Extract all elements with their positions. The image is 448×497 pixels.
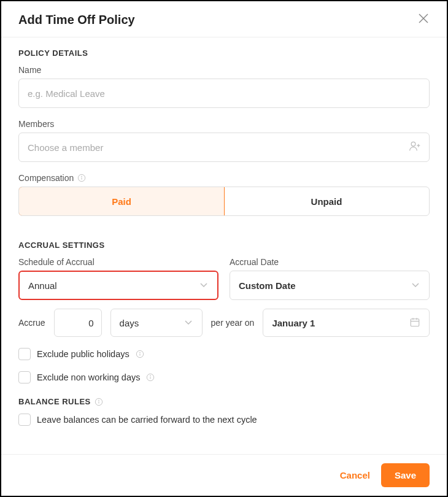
policy-details-heading: POLICY DETAILS — [18, 48, 430, 58]
carry-forward-checkbox[interactable] — [18, 414, 31, 426]
save-button[interactable]: Save — [381, 463, 430, 487]
per-year-date-picker[interactable]: January 1 — [263, 309, 430, 337]
svg-rect-8 — [411, 318, 419, 326]
svg-point-14 — [139, 352, 140, 353]
accrue-unit-select[interactable]: days — [110, 309, 203, 337]
accrual-date-value: Custom Date — [239, 280, 296, 291]
compensation-toggle: Paid Unpaid — [18, 187, 430, 216]
members-field-group: Members — [18, 119, 430, 162]
svg-point-17 — [150, 376, 151, 376]
members-label: Members — [18, 119, 430, 129]
add-member-icon[interactable] — [409, 140, 421, 155]
info-icon[interactable] — [95, 398, 103, 406]
schedule-select[interactable]: Annual — [18, 271, 218, 300]
carry-forward-label: Leave balances can be carried forward to… — [37, 415, 257, 425]
per-year-date-value: January 1 — [272, 318, 315, 328]
accrue-unit-value: days — [120, 318, 139, 328]
name-input[interactable] — [18, 79, 430, 108]
svg-point-20 — [98, 399, 99, 400]
name-field-group: Name — [18, 65, 430, 108]
accrue-row: Accrue days per year on January 1 — [18, 309, 430, 337]
close-button[interactable] — [417, 12, 430, 27]
accrue-label: Accrue — [18, 318, 45, 328]
info-icon[interactable] — [146, 373, 155, 382]
chevron-down-icon — [411, 280, 420, 291]
balance-rules-heading: BALANCE RULES — [18, 397, 430, 406]
exclude-holidays-row: Exclude public holidays — [18, 348, 430, 360]
compensation-field-group: Compensation Paid Unpaid — [18, 173, 430, 216]
cancel-button[interactable]: Cancel — [340, 470, 370, 480]
exclude-nonworking-row: Exclude non working days — [18, 371, 430, 383]
chevron-down-icon — [183, 317, 193, 329]
accrual-settings-heading: ACCRUAL SETTINGS — [18, 241, 430, 250]
carry-forward-row: Leave balances can be carried forward to… — [18, 414, 430, 426]
chevron-down-icon — [199, 280, 209, 291]
name-label: Name — [18, 65, 430, 75]
accrue-amount-input[interactable] — [54, 309, 102, 337]
compensation-unpaid[interactable]: Unpaid — [224, 187, 429, 215]
exclude-nonworking-checkbox[interactable] — [18, 371, 31, 383]
modal-footer: Cancel Save — [1, 454, 447, 496]
exclude-holidays-label: Exclude public holidays — [37, 349, 129, 359]
compensation-label: Compensation — [18, 173, 430, 183]
compensation-paid[interactable]: Paid — [18, 187, 225, 216]
per-year-label: per year on — [211, 318, 255, 328]
schedule-value: Annual — [28, 280, 57, 291]
calendar-icon — [409, 317, 420, 329]
info-icon[interactable] — [136, 350, 144, 358]
svg-point-2 — [411, 142, 415, 146]
exclude-holidays-checkbox[interactable] — [18, 348, 31, 360]
modal-content: POLICY DETAILS Name Members Compensation… — [1, 37, 447, 426]
schedule-label: Schedule of Accrual — [18, 257, 218, 267]
info-icon[interactable] — [77, 174, 86, 182]
exclude-nonworking-label: Exclude non working days — [37, 372, 140, 382]
modal-header: Add Time Off Policy — [1, 1, 447, 37]
svg-point-7 — [82, 176, 82, 177]
accrual-date-label: Accrual Date — [230, 257, 430, 267]
accrual-selects-row: Schedule of Accrual Annual Accrual Date … — [18, 257, 430, 300]
modal-title: Add Time Off Policy — [18, 13, 135, 27]
members-input[interactable] — [18, 133, 430, 162]
close-icon — [417, 12, 430, 25]
accrual-date-select[interactable]: Custom Date — [230, 271, 430, 300]
